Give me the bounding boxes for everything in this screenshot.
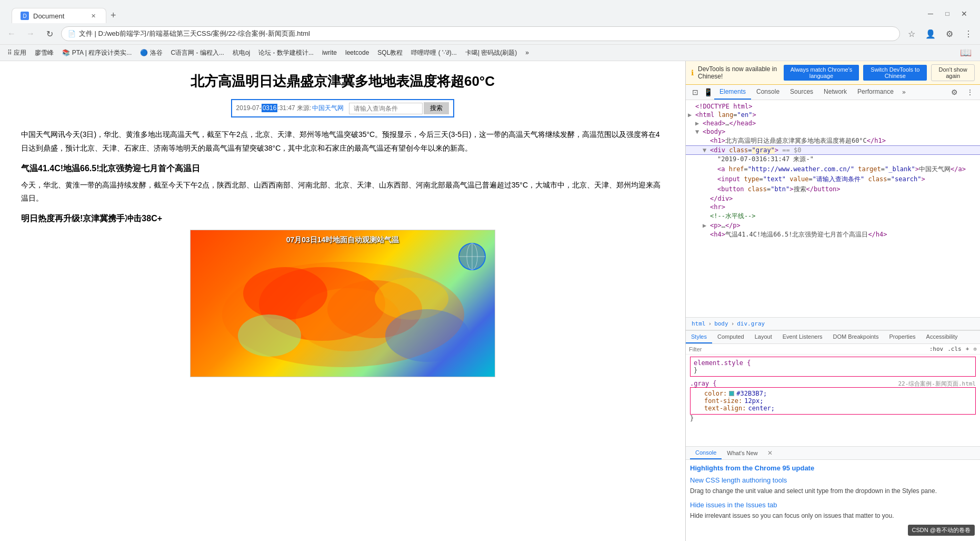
add-hint[interactable]: + [966, 346, 969, 352]
dom-p[interactable]: ▶ <p>…</p> [686, 221, 980, 230]
bookmark-bilibili[interactable]: 哔哩哔哩 ( '·'∂)... [408, 47, 460, 58]
element-style-selector: element.style { [694, 359, 972, 367]
dom-text-date[interactable]: "2019-07-0316:31:47 来源-" [686, 154, 980, 164]
breadcrumb-body[interactable]: body [713, 320, 730, 328]
styles-filter-input[interactable] [689, 346, 926, 352]
tab-dom-breakpoints[interactable]: DOM Breakpoints [828, 331, 884, 343]
tab-styles[interactable]: Styles [686, 331, 712, 343]
bookmark-button[interactable]: ☆ [904, 26, 919, 41]
bookmark-kage[interactable]: 卡噶| 密码战(刷题) [462, 47, 520, 58]
dom-body[interactable]: ▼ <body> [686, 127, 980, 136]
menu-button[interactable]: ⋮ [961, 26, 976, 41]
bookmark-leetcode[interactable]: leetcode [342, 48, 372, 57]
bookmark-luogu[interactable]: 🔵 洛谷 [137, 47, 165, 58]
bookmark-lxf[interactable]: 廖雪峰 [32, 47, 57, 58]
tab-performance[interactable]: Performance [852, 85, 899, 100]
styles-tabs: Styles Computed Layout Event Listeners D… [686, 331, 980, 344]
close-button[interactable]: ✕ [957, 6, 972, 21]
forward-button[interactable]: → [23, 26, 38, 41]
tab-properties[interactable]: Properties [884, 331, 921, 343]
bookmarks-more[interactable]: » [522, 48, 532, 57]
tab-close-icon[interactable]: ✕ [89, 12, 97, 20]
bookmark-pta[interactable]: 📚 PTA | 程序设计类实... [59, 47, 135, 58]
breadcrumb-div-gray[interactable]: div.gray [735, 320, 766, 328]
tab-layout[interactable]: Layout [749, 331, 777, 343]
bookmark-sql[interactable]: SQL教程 [374, 47, 406, 58]
element-picker-button[interactable]: ⊡ [689, 86, 702, 99]
extensions-button[interactable]: ⚙ [942, 26, 957, 41]
toggle-icon: ▼ [695, 128, 703, 135]
toggle-icon: ▶ [688, 111, 695, 119]
reading-mode-icon[interactable]: 📖 [956, 47, 976, 58]
profile-button[interactable]: 👤 [923, 26, 938, 41]
tab-accessibility[interactable]: Accessibility [921, 331, 963, 343]
dom-comment[interactable]: <!--水平线--> [686, 211, 980, 221]
news-item-1: New CSS length authoring tools Drag to c… [690, 476, 976, 496]
bookmark-cyw[interactable]: C语言网 - 编程入... [168, 47, 227, 58]
switch-devtools-button[interactable]: Switch DevTools to Chinese [863, 65, 927, 81]
breadcrumb-bar: html › body › div.gray [686, 317, 980, 330]
dom-h4[interactable]: <h4>气温41.4C!地温66.5!北京强势迎七月首个高温日</h4> [686, 230, 980, 240]
more-tabs-button[interactable]: » [899, 86, 909, 98]
bookmark-apps[interactable]: ⠿ 应用 [4, 47, 29, 58]
tab-sources[interactable]: Sources [785, 85, 818, 100]
refresh-button[interactable]: ↻ [42, 26, 57, 41]
elements-panel: <!DOCTYPE html> ▶ <html lang="en"> ▶ <he… [686, 100, 980, 317]
back-button[interactable]: ← [4, 26, 19, 41]
dom-input-search[interactable]: <input type="text" value="请输入查询条件" class… [686, 174, 980, 184]
bookmarks-bar: ⠿ 应用 廖雪峰 📚 PTA | 程序设计类实... 🔵 洛谷 C语言网 - 编… [0, 44, 980, 61]
active-tab[interactable]: D Document ✕ [12, 8, 106, 23]
breadcrumb-html[interactable]: html [690, 320, 707, 328]
devtools-info-text: DevTools is now available in Chinese! [698, 65, 779, 80]
dom-html[interactable]: ▶ <html lang="en"> [686, 111, 980, 119]
search-button[interactable]: 搜索 [424, 102, 449, 114]
tab-event-listeners[interactable]: Event Listeners [777, 331, 828, 343]
tab-console[interactable]: Console [751, 85, 785, 100]
tab-elements[interactable]: Elements [714, 85, 751, 100]
add-rule-hint[interactable]: ⊕ [973, 346, 977, 352]
tab-computed[interactable]: Computed [712, 331, 749, 343]
source-link[interactable]: 中国天气网 [312, 104, 344, 113]
gray-close-brace: } [690, 415, 976, 422]
cls-hint[interactable]: .cls [947, 346, 962, 352]
toggle-icon: ▶ [695, 120, 703, 127]
dom-a-weather[interactable]: <a href="http://www.weather.com.cn/" tar… [686, 164, 980, 174]
search-input[interactable] [349, 103, 423, 114]
new-tab-button[interactable]: + [106, 8, 121, 23]
maximize-button[interactable]: □ [940, 6, 955, 21]
whats-new-close-button[interactable]: ✕ [765, 448, 775, 458]
tab-whats-new[interactable]: What's New [722, 447, 763, 459]
toolbar: ← → ↻ 📄 文件 | D:/web前端学习/前端基础第三天CSS/案例/22… [0, 23, 980, 44]
meta-box: 2019-07-0316:31:47 来源: 中国天气网 搜索 [231, 99, 455, 117]
element-style-rule: element.style { } [690, 357, 976, 377]
url-bar[interactable]: 📄 文件 | D:/web前端学习/前端基础第三天CSS/案例/22-综合案例-… [61, 26, 900, 41]
settings-button[interactable]: ⚙ [948, 86, 961, 99]
color-swatch[interactable] [729, 391, 734, 396]
always-match-button[interactable]: Always match Chrome's language [784, 65, 859, 81]
news-item-title-1[interactable]: New CSS length authoring tools [690, 476, 976, 484]
more-options-button[interactable]: ⋮ [963, 86, 977, 99]
dom-head[interactable]: ▶ <head>…</head> [686, 119, 980, 127]
bookmark-hdoj[interactable]: 杭电oj [229, 47, 253, 58]
styles-panel: Styles Computed Layout Event Listeners D… [686, 330, 980, 446]
css-color-property: color: #32B3B7; [704, 390, 972, 397]
gray-selector-line: .gray { 22-综合案例-新闻页面.html [690, 380, 976, 387]
device-toolbar-button[interactable]: 📱 [702, 86, 714, 99]
tab-console-bottom[interactable]: Console [690, 447, 722, 459]
main-area: 北方高温明日达鼎盛京津冀多地地表温度将超60°C 2019-07-0316:31… [0, 61, 980, 541]
bookmark-forum[interactable]: 论坛 - 数学建模计... [255, 47, 317, 58]
dom-doctype[interactable]: <!DOCTYPE html> [686, 102, 980, 111]
dom-button-search[interactable]: <button class="btn">搜索</button> [686, 184, 980, 194]
dom-h1[interactable]: <h1>北方高温明日达鼎盛京津冀多地地表温度将超60°C</h1> [686, 136, 980, 146]
dom-div-gray[interactable]: ▼ <div class="gray"> == $0 [686, 146, 980, 154]
news-item-title-2[interactable]: Hide issues in the Issues tab [690, 501, 976, 509]
dom-close-div[interactable]: </div> [686, 194, 980, 203]
bookmark-iwrite[interactable]: iwrite [319, 48, 340, 57]
css-source[interactable]: 22-综合案例-新闻页面.html [898, 380, 976, 388]
date-text: 2019-07-0316:31:47 来源: [236, 104, 312, 113]
minimize-button[interactable]: ─ [923, 6, 938, 21]
dismiss-button[interactable]: Don't show again [931, 64, 975, 81]
dom-hr[interactable]: <hr> [686, 203, 980, 211]
hov-hint[interactable]: :hov [929, 346, 944, 352]
tab-network[interactable]: Network [818, 85, 852, 100]
